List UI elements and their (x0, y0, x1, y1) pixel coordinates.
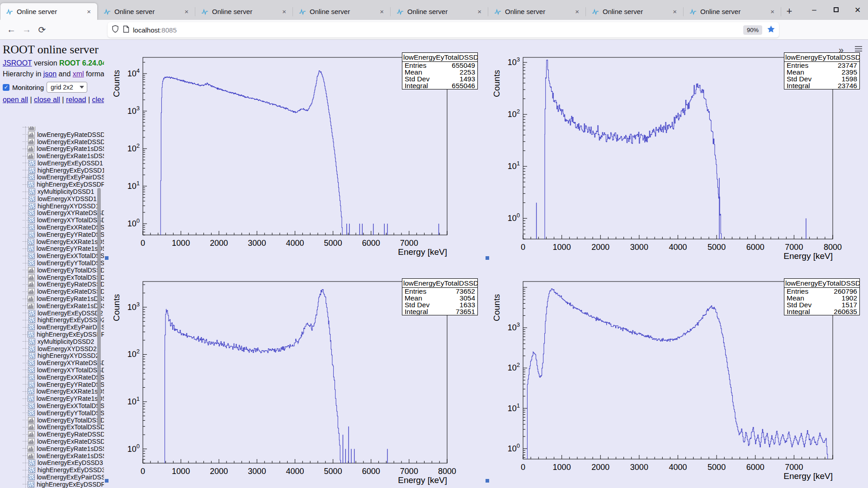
close-window-icon[interactable]: ✕ (853, 5, 863, 15)
tree-item[interactable]: lowEnergyEyTotalDSSD2 (0, 417, 104, 424)
tab-close-icon[interactable]: × (280, 7, 288, 16)
zoom-level-badge[interactable]: 90% (743, 25, 762, 35)
sidebar-scrollbar-thumb[interactable] (97, 188, 101, 426)
forward-icon[interactable]: → (19, 24, 34, 35)
tree-item[interactable]: lowEnergyExXTotalDSSD2 (0, 402, 104, 409)
url-text[interactable]: localhost:8085 (133, 26, 743, 34)
grid-splitter-handle[interactable] (486, 256, 489, 260)
tree-item[interactable]: lowEnergyExEyDSSD3 (0, 459, 104, 466)
grid-layout-select[interactable]: grid 2x2 (47, 82, 87, 93)
jsroot-link[interactable]: JSROOT (3, 59, 32, 67)
tree-item[interactable]: lowEnergyExEyPairDSSD1 (0, 174, 104, 181)
tree-item[interactable]: highEnergyExEyDSSDPair3 (0, 481, 104, 488)
tree-item[interactable]: lowEnergyXYDSSD2 (0, 345, 104, 352)
tree-item[interactable]: lowEnergyExEyPairDSSD3 (0, 474, 104, 481)
tab-close-icon[interactable]: × (183, 7, 190, 16)
reload-icon[interactable]: ⟳ (34, 24, 50, 35)
tree-item[interactable]: lowEnergyEyYRate1sDSSD1 (0, 245, 104, 253)
tree-item[interactable]: lowEnergyExTotalDSSD2 (0, 423, 104, 431)
browser-tab[interactable]: Online server × (98, 3, 195, 20)
browser-tab[interactable]: Online server × (0, 3, 97, 20)
grid-splitter-handle[interactable] (105, 479, 108, 483)
tree-item[interactable]: highEnergyExEyDSSD1 (0, 167, 104, 174)
stat-box[interactable]: lowEnergyEyTotalDSSD2 Entries73652 Mean3… (402, 278, 478, 315)
new-tab-button[interactable]: + (781, 3, 797, 19)
tree-item[interactable]: lowEnergyEyRateDSSD1 (0, 281, 104, 288)
tree-item[interactable]: lowEnergyEyYTotalDSSD2 (0, 409, 104, 417)
tab-close-icon[interactable]: × (476, 7, 483, 16)
tree-item[interactable]: lowEnergyEyYRateDSSD2 (0, 381, 104, 388)
open-all-link[interactable]: open all (3, 96, 28, 103)
tab-close-icon[interactable]: × (573, 7, 581, 16)
browser-tab[interactable]: Online server × (489, 3, 585, 20)
back-icon[interactable]: ← (4, 24, 19, 35)
bookmark-star-icon[interactable] (767, 25, 775, 35)
clear-link[interactable]: clear (92, 96, 104, 103)
tree-item[interactable]: xyMultiplicityDSSD2 (0, 338, 104, 345)
tree-item[interactable]: lowEnergyExXRate1sDSSD1 (0, 238, 104, 245)
tree-item[interactable]: lowEnergyEyYRateDSSD1 (0, 231, 104, 238)
tree-item[interactable]: lowEnergyEyYRate1sDSSD2 (0, 395, 104, 402)
tree-item[interactable]: lowEnergyExRate1sDSSD1 (0, 302, 104, 310)
tree-item[interactable]: lowEnergyExEyPairDSSD2 (0, 324, 104, 331)
histogram-panel[interactable]: 0100020003000400050006000700080001001011… (104, 264, 486, 488)
minimize-icon[interactable]: – (809, 5, 819, 14)
tab-close-icon[interactable]: × (769, 7, 776, 16)
tab-close-icon[interactable]: × (671, 7, 679, 16)
tree-item[interactable]: lowEnergyExEyDSSD2 (0, 310, 104, 317)
tab-close-icon[interactable]: × (85, 7, 93, 16)
tree-item[interactable]: lowEnergyEyTotalDSSD1 (0, 267, 104, 274)
grid-splitter-handle[interactable] (486, 479, 489, 483)
tree-item[interactable]: lowEnergyExXRate1sDSSD2 (0, 388, 104, 395)
tree-item[interactable]: lowEnergyExRate1sDSSD0 (0, 152, 104, 160)
tree-item[interactable]: lowEnergyExXRateDSSD2 (0, 374, 104, 381)
tree-item[interactable]: highEnergyXYDSSD1 (0, 202, 104, 210)
stat-box[interactable]: lowEnergyEyTotalDSSD0 Entries655049 Mean… (402, 52, 478, 89)
tree-item[interactable]: lowEnergyExRateDSSD0 (0, 138, 104, 145)
tree-item[interactable]: highEnergyExEyDSSDPair2 (0, 331, 104, 338)
close-all-link[interactable]: close all (34, 96, 60, 103)
histogram-panel[interactable]: 0100020003000400050006000700010010110210… (486, 264, 868, 488)
tree-item[interactable]: lowEnergyExRateDSSD2 (0, 438, 104, 445)
browser-tab[interactable]: Online server × (684, 3, 781, 20)
tree-item[interactable]: highEnergyXYDSSD2 (0, 352, 104, 360)
json-link[interactable]: json (43, 70, 57, 78)
maximize-icon[interactable] (831, 5, 841, 14)
monitoring-checkbox[interactable]: ✓ (3, 84, 9, 91)
tree-item[interactable]: xyMultiplicityDSSD1 (0, 188, 104, 195)
tree-item[interactable]: lowEnergyEyRateDSSD2 (0, 431, 104, 438)
browser-tab[interactable]: Online server × (391, 3, 488, 20)
tree-item[interactable]: lowEnergyXYTotalDSSD2 (0, 366, 104, 374)
tree-item[interactable] (0, 127, 104, 131)
tree-item[interactable]: lowEnergyExXRateDSSD1 (0, 224, 104, 231)
tree-item[interactable]: lowEnergyExXTotalDSSD1 (0, 252, 104, 259)
tree-item[interactable]: lowEnergyXYDSSD1 (0, 195, 104, 202)
tree-item[interactable]: lowEnergyExEyDSSD1 (0, 160, 104, 167)
stat-box[interactable]: lowEnergyEyTotalDSSD1 Entries23747 Mean2… (784, 52, 860, 89)
tree-item[interactable]: lowEnergyXYTotalDSSD1 (0, 216, 104, 224)
tree-item[interactable]: lowEnergyXYRateDSSD1 (0, 210, 104, 217)
tree-item[interactable]: lowEnergyEyRate1sDSSD0 (0, 145, 104, 152)
shield-icon[interactable] (111, 25, 119, 35)
tree-item[interactable]: lowEnergyEyYTotalDSSD1 (0, 259, 104, 267)
tree-item[interactable]: lowEnergyExTotalDSSD1 (0, 274, 104, 281)
tree-item[interactable]: highEnergyExEyDSSD3 (0, 466, 104, 474)
histogram-panel[interactable]: 0100020003000400050006000700080001001011… (486, 40, 868, 264)
tree-item[interactable]: lowEnergyEyRateDSSD0 (0, 131, 104, 138)
tree-item[interactable]: lowEnergyExRateDSSD1 (0, 288, 104, 295)
tab-close-icon[interactable]: × (378, 7, 386, 16)
browser-tab[interactable]: Online server × (293, 3, 390, 20)
reload-link[interactable]: reload (66, 96, 86, 103)
histogram-panel[interactable]: 0100020003000400050006000700010010110210… (104, 40, 486, 264)
tree-item[interactable]: highEnergyExEyDSSD2 (0, 317, 104, 324)
xml-link[interactable]: xml (73, 70, 84, 78)
grid-splitter-handle[interactable] (105, 256, 108, 260)
browser-tab[interactable]: Online server × (196, 3, 292, 20)
tree-item[interactable]: lowEnergyEyRate1sDSSD2 (0, 445, 104, 452)
browser-tab[interactable]: Online server × (586, 3, 683, 20)
tree-item[interactable]: lowEnergyExRate1sDSSD2 (0, 452, 104, 460)
tree-item[interactable]: lowEnergyEyRate1sDSSD1 (0, 295, 104, 302)
tree-item[interactable]: highEnergyExEyDSSDPair1 (0, 181, 104, 188)
stat-box[interactable]: lowEnergyEyTotalDSSD3 Entries260796 Mean… (784, 278, 860, 315)
tree-item[interactable]: lowEnergyXYRateDSSD2 (0, 359, 104, 366)
